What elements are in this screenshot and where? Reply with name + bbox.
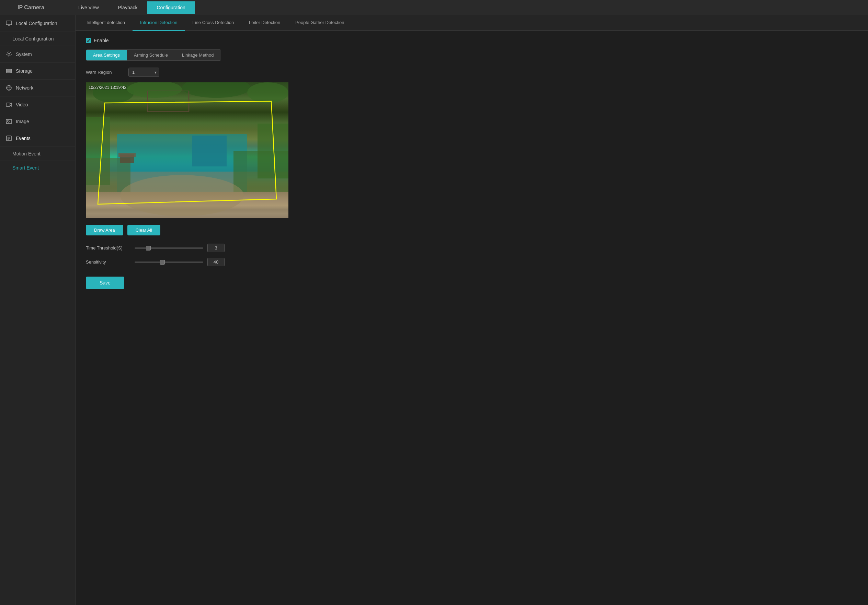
sidebar-item-local-configuration[interactable]: Local Configuration — [0, 15, 75, 32]
sensitivity-value[interactable] — [208, 258, 225, 266]
time-threshold-label: Time Threshold(S) — [86, 245, 130, 251]
svg-point-22 — [247, 82, 288, 103]
sensitivity-label: Sensitivity — [86, 260, 130, 265]
sidebar-item-storage[interactable]: Storage — [0, 63, 75, 80]
draw-area-button[interactable]: Draw Area — [86, 225, 123, 235]
sidebar-label-video: Video — [16, 102, 28, 107]
svg-rect-33 — [234, 151, 288, 192]
buttons-row: Draw Area Clear All — [86, 225, 858, 235]
enable-checkbox[interactable] — [86, 38, 91, 43]
sidebar-label-image: Image — [16, 119, 29, 124]
sidebar-sub-item-local-configuration[interactable]: Local Configuration — [0, 32, 75, 46]
settings-tab-linkage[interactable]: Linkage Method — [175, 50, 221, 60]
svg-point-34 — [120, 175, 244, 216]
svg-point-6 — [10, 70, 11, 70]
monitor-icon — [6, 20, 12, 27]
save-row: Save — [86, 277, 858, 289]
top-nav: IP Camera Live View Playback Configurati… — [0, 0, 868, 15]
tab-intelligent-detection[interactable]: Intelligent detection — [79, 15, 133, 31]
tab-line-cross-detection[interactable]: Line Cross Detection — [185, 15, 241, 31]
time-threshold-row: Time Threshold(S) — [86, 244, 858, 252]
svg-rect-0 — [6, 21, 12, 25]
storage-icon — [6, 68, 12, 74]
sidebar-sub-item-smart-event[interactable]: Smart Event — [0, 161, 75, 175]
sidebar-label-local-configuration: Local Configuration — [16, 20, 57, 26]
svg-rect-36 — [118, 153, 136, 157]
sidebar-label-system: System — [16, 51, 32, 57]
svg-point-20 — [127, 82, 182, 98]
settings-tab-arming[interactable]: Arming Schedule — [127, 50, 175, 60]
sidebar-item-video[interactable]: Video — [0, 96, 75, 113]
gear-icon — [6, 51, 12, 58]
warn-region-label: Warn Region — [86, 70, 124, 75]
svg-point-7 — [10, 72, 11, 73]
svg-point-21 — [182, 82, 251, 98]
app-title: IP Camera — [7, 5, 55, 11]
sidebar-label-storage: Storage — [16, 68, 33, 74]
sidebar-label-events: Events — [16, 136, 31, 141]
warn-region-select[interactable]: 1 2 3 4 — [129, 68, 159, 77]
svg-rect-11 — [6, 103, 10, 107]
sidebar-item-image[interactable]: Image — [0, 113, 75, 130]
settings-tabs: Area Settings Arming Schedule Linkage Me… — [86, 50, 221, 61]
page-content: Enable Area Settings Arming Schedule Lin… — [76, 31, 868, 605]
main-layout: Local Configuration Local Configuration … — [0, 15, 868, 605]
events-icon — [6, 135, 12, 142]
time-threshold-slider[interactable] — [135, 248, 203, 249]
content-area: Intelligent detection Intrusion Detectio… — [76, 15, 868, 605]
clear-all-button[interactable]: Clear All — [127, 225, 160, 235]
sensitivity-slider[interactable] — [135, 261, 203, 263]
sidebar-item-network[interactable]: Network — [0, 80, 75, 96]
svg-point-3 — [8, 53, 10, 55]
tab-live-view[interactable]: Live View — [69, 2, 108, 14]
tab-configuration[interactable]: Configuration — [147, 2, 195, 14]
sidebar-label-network: Network — [16, 85, 33, 91]
svg-rect-13 — [6, 119, 12, 124]
svg-rect-28 — [192, 136, 226, 166]
image-icon — [6, 118, 12, 125]
camera-view: 10/27/2021 13:19:42 — [86, 82, 288, 218]
top-nav-tabs: Live View Playback Configuration — [69, 2, 195, 14]
tab-playback[interactable]: Playback — [108, 2, 147, 14]
sidebar-item-events[interactable]: Events — [0, 130, 75, 147]
detection-zone-overlay[interactable] — [86, 82, 288, 218]
time-threshold-value[interactable] — [208, 244, 225, 252]
sidebar: Local Configuration Local Configuration … — [0, 15, 76, 605]
warn-region-select-wrapper: 1 2 3 4 — [129, 68, 159, 77]
enable-label[interactable]: Enable — [94, 38, 109, 43]
camera-timestamp: 10/27/2021 13:19:42 — [88, 85, 126, 90]
sidebar-sub-item-motion-event[interactable]: Motion Event — [0, 147, 75, 161]
save-button[interactable]: Save — [86, 277, 124, 289]
settings-tab-area[interactable]: Area Settings — [86, 50, 127, 60]
tab-intrusion-detection[interactable]: Intrusion Detection — [133, 15, 185, 31]
sensitivity-row: Sensitivity — [86, 258, 858, 266]
enable-row: Enable — [86, 38, 858, 43]
warn-region-row: Warn Region 1 2 3 4 — [86, 68, 858, 77]
sidebar-item-system[interactable]: System — [0, 46, 75, 63]
video-icon — [6, 101, 12, 108]
tab-people-gather-detection[interactable]: People Gather Detection — [288, 15, 352, 31]
globe-icon — [6, 84, 12, 91]
sub-nav: Intelligent detection Intrusion Detectio… — [76, 15, 868, 31]
svg-point-14 — [8, 121, 9, 121]
tab-loiter-detection[interactable]: Loiter Detection — [241, 15, 288, 31]
